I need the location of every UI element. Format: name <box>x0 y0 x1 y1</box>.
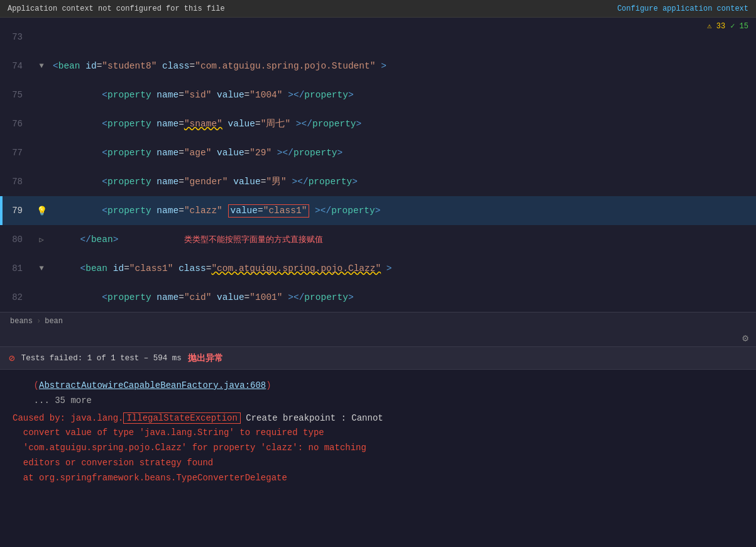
notification-text: Application context not configured for t… <box>8 4 225 13</box>
code-77: <property name="age" value="29" ></prope… <box>50 138 756 167</box>
breadcrumb-separator: › <box>36 317 41 326</box>
line-79: 79 💡 <property name="clazz" value="class… <box>0 196 756 225</box>
line-82: 82 <property name="cid" value="1001" ></… <box>0 283 756 312</box>
code-79: <property name="clazz" value="class1" ><… <box>50 196 756 225</box>
active-line-indicator <box>0 196 3 225</box>
error-exception-class[interactable]: IllegalStateException <box>123 412 240 424</box>
error-link-1[interactable]: AbstractAutowireCapableBeanFactory.java:… <box>39 380 266 390</box>
error-line-6: editors or conversion strategy found <box>13 456 743 471</box>
code-81: <bean id="class1" class="com.atguigu.spr… <box>50 254 756 283</box>
test-header: ⊘ Tests failed: 1 of 1 test – 594 ms 抛出异… <box>0 347 756 370</box>
line-number-78: 78 <box>0 177 33 187</box>
gutter-81: ▼ <box>33 264 50 273</box>
gutter-79: 💡 <box>33 206 50 216</box>
code-76: <property name="sname" value="周七" ></pro… <box>50 109 756 138</box>
line-number-76: 76 <box>0 119 33 129</box>
error-line-7: at org.springframework.beans.TypeConvert… <box>13 471 743 486</box>
breadcrumb: beans › bean <box>0 312 756 329</box>
error-line-3: Caused by: java.lang.IllegalStateExcepti… <box>13 411 743 426</box>
error-detail-2: 'com.atguigu.spring.pojo.Clazz' for prop… <box>13 443 366 453</box>
bulb-icon-79[interactable]: 💡 <box>36 206 47 216</box>
breadcrumb-beans[interactable]: beans <box>10 317 33 326</box>
gutter-74: ▼ <box>33 62 50 70</box>
code-lines: 73 74 ▼ <bean id="student8" class="com.a… <box>0 18 756 312</box>
settings-row: ⚙ <box>0 329 756 347</box>
line-number-82: 82 <box>0 292 33 302</box>
line-number-80: 80 <box>0 235 33 245</box>
notification-bar: Application context not configured for t… <box>0 0 756 18</box>
code-75: <property name="sid" value="1004" ></pro… <box>50 80 756 109</box>
line-number-81: 81 <box>0 263 33 274</box>
line-74: 74 ▼ <bean id="student8" class="com.atgu… <box>0 52 756 80</box>
error-line-4: convert value of type 'java.lang.String'… <box>13 426 743 441</box>
breadcrumb-bean[interactable]: bean <box>45 317 63 326</box>
error-more: ... 35 more <box>34 395 92 406</box>
line-73: 73 <box>0 23 756 52</box>
badge-bar: ⚠ 33 ✓ 15 <box>707 21 748 31</box>
annotation-text: 类类型不能按照字面量的方式直接赋值 <box>184 235 323 244</box>
test-status-text: Tests failed: 1 of 1 test – 594 ms <box>21 354 182 363</box>
line-number-79: 79 <box>0 206 33 216</box>
line-76: 76 <property name="sname" value="周七" ></… <box>0 109 756 138</box>
fold-arrow-81[interactable]: ▼ <box>39 264 43 273</box>
code-80: </bean> 类类型不能按照字面量的方式直接赋值 <box>50 225 756 254</box>
error-detail-1: convert value of type 'java.lang.String'… <box>13 428 324 438</box>
gear-icon[interactable]: ⚙ <box>742 332 748 345</box>
code-78: <property name="gender" value="男" ></pro… <box>50 167 756 196</box>
code-82: <property name="cid" value="1001" ></pro… <box>50 283 756 312</box>
test-panel: ⊘ Tests failed: 1 of 1 test – 594 ms 抛出异… <box>0 347 756 547</box>
line-80: 80 ▷ </bean> 类类型不能按照字面量的方式直接赋值 <box>0 225 756 254</box>
error-create-breakpoint: Create breakpoint : Cannot <box>241 413 383 423</box>
line-75: 75 <property name="sid" value="1004" ></… <box>0 80 756 109</box>
error-line-2: ... 35 more <box>13 394 743 409</box>
gutter-80: ▷ <box>33 235 50 245</box>
configure-context-link[interactable]: Configure application context <box>617 4 748 13</box>
line-number-73: 73 <box>0 32 33 42</box>
test-exception-label: 抛出异常 <box>188 353 223 364</box>
error-output: (AbstractAutowireCapableBeanFactory.java… <box>0 370 756 495</box>
warning-badge: ⚠ 33 <box>707 21 725 31</box>
code-74: <bean id="student8" class="com.atguigu.s… <box>50 52 756 80</box>
code-editor: ⚠ 33 ✓ 15 73 74 ▼ <bean id="student8" cl… <box>0 18 756 312</box>
error-line-1: (AbstractAutowireCapableBeanFactory.java… <box>13 378 743 394</box>
line-78: 78 <property name="gender" value="男" ></… <box>0 167 756 196</box>
fold-arrow-80[interactable]: ▷ <box>39 235 43 245</box>
ok-badge: ✓ 15 <box>730 21 748 31</box>
line-number-75: 75 <box>0 90 33 100</box>
line-77: 77 <property name="age" value="29" ></pr… <box>0 138 756 167</box>
line-number-74: 74 <box>0 61 33 71</box>
error-caused-by: Caused by: java.lang. <box>13 413 123 423</box>
line-number-77: 77 <box>0 148 33 158</box>
test-fail-icon: ⊘ <box>9 352 15 365</box>
error-stack-trace: at org.springframework.beans.TypeConvert… <box>13 473 287 483</box>
fold-arrow-74[interactable]: ▼ <box>39 62 43 70</box>
error-detail-3: editors or conversion strategy found <box>13 458 213 468</box>
error-line-5: 'com.atguigu.spring.pojo.Clazz' for prop… <box>13 441 743 456</box>
line-81: 81 ▼ <bean id="class1" class="com.atguig… <box>0 254 756 283</box>
